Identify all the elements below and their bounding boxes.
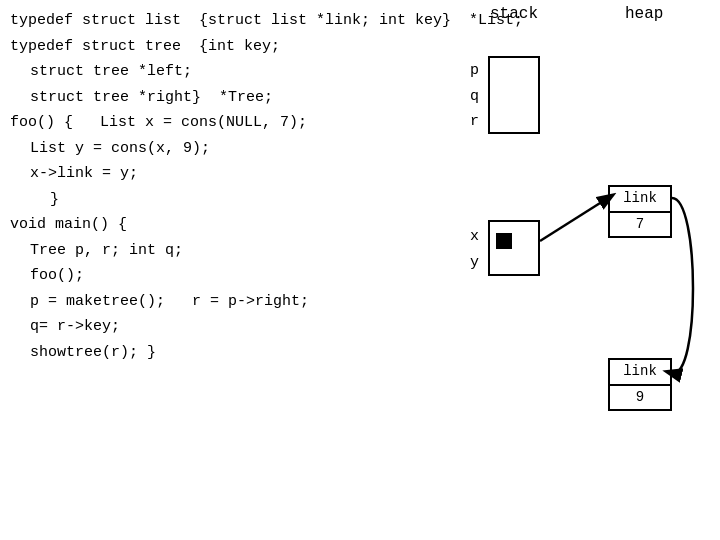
var-p: p [470, 62, 479, 79]
code-line-7: x->link = y; [10, 161, 410, 187]
x-pointer-dot [496, 233, 512, 249]
diagram-area: stack heap p q r x y link 7 link 9 [430, 0, 720, 540]
code-line-5: foo() { List x = cons(NULL, 7); [10, 110, 410, 136]
code-line-14: showtree(r); } [10, 340, 410, 366]
heap-node-2-link: link [610, 360, 670, 386]
heap-label: heap [625, 5, 663, 23]
heap-node-1: link 7 [608, 185, 672, 238]
code-line-6: List y = cons(x, 9); [10, 136, 410, 162]
code-line-9: void main() { [10, 212, 410, 238]
stack-label: stack [490, 5, 538, 23]
svg-line-0 [540, 198, 608, 241]
var-x: x [470, 228, 479, 245]
var-q: q [470, 88, 479, 105]
code-line-12: p = maketree(); r = p->right; [10, 289, 410, 315]
var-r: r [470, 113, 479, 130]
code-line-3: struct tree *left; [10, 59, 410, 85]
code-line-11: foo(); [10, 263, 410, 289]
code-line-10: Tree p, r; int q; [10, 238, 410, 264]
heap-node-1-link: link [610, 187, 670, 213]
code-line-1: typedef struct list {struct list *link; … [10, 8, 410, 34]
code-line-2: typedef struct tree {int key; [10, 34, 410, 60]
heap-node-2: link 9 [608, 358, 672, 411]
var-y: y [470, 254, 479, 271]
code-line-8: } [10, 187, 410, 213]
stack-box-pqr [488, 56, 540, 134]
heap-node-1-key: 7 [610, 213, 670, 237]
heap-node-2-key: 9 [610, 386, 670, 410]
code-line-4: struct tree *right} *Tree; [10, 85, 410, 111]
code-line-13: q= r->key; [10, 314, 410, 340]
code-area: typedef struct list {struct list *link; … [0, 0, 420, 373]
